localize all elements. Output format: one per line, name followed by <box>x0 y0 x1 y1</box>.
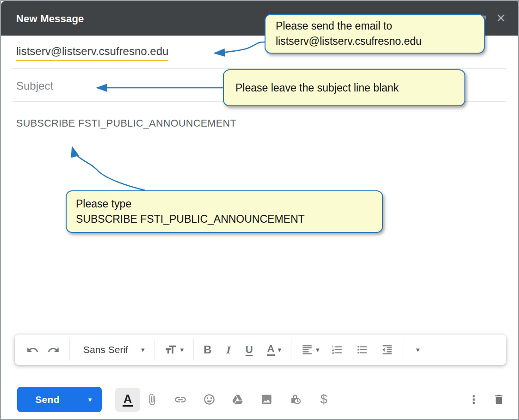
arrow-to-body <box>72 147 145 190</box>
callout-line: Please send the email to <box>276 18 484 34</box>
chevron-down-icon: ▾ <box>180 346 184 354</box>
google-drive-icon[interactable] <box>231 393 244 406</box>
chevron-down-icon: ▾ <box>88 396 92 404</box>
formatting-options-button[interactable]: A <box>115 388 140 412</box>
callout-subject-blank: Please leave the subject line blank <box>223 69 465 106</box>
callout-send-to: Please send the email to listserv@listse… <box>265 14 485 54</box>
numbered-list-button[interactable] <box>327 339 347 361</box>
callout-please-type: Please type SUBSCRIBE FSTI_PUBLIC_ANNOUN… <box>66 190 383 233</box>
send-options-button[interactable]: ▾ <box>78 387 102 412</box>
compose-window: New Message ✕ listserv@listserv.csufresn… <box>0 0 519 420</box>
callout-line: Please leave the subject line blank <box>235 80 464 96</box>
arrow-to-recipient <box>215 42 268 53</box>
font-family-select[interactable]: Sans Serif ▾ <box>75 339 148 361</box>
toolbar-separator <box>154 339 154 360</box>
attach-actions-row: $ <box>145 387 330 412</box>
font-family-label: Sans Serif <box>80 344 128 355</box>
callout-line: SUBSCRIBE FSTI_PUBLIC_ANNOUNCEMENT <box>76 212 382 227</box>
chevron-down-icon: ▾ <box>278 346 281 354</box>
attach-file-icon[interactable] <box>145 393 158 406</box>
callout-line: Please type <box>76 196 382 212</box>
chevron-down-icon: ▾ <box>416 346 420 354</box>
subject-input[interactable] <box>16 75 210 97</box>
divider <box>12 68 507 69</box>
text-size-button[interactable]: ▾ <box>160 339 188 361</box>
formatting-toolbar: Sans Serif ▾ ▾ B I U A ▾ ▾ <box>15 335 506 365</box>
to-recipient-value[interactable]: listserv@listserv.csufresno.edu <box>16 45 168 61</box>
bulleted-list-button[interactable] <box>352 339 372 361</box>
money-icon[interactable]: $ <box>317 393 330 406</box>
chevron-down-icon: ▾ <box>316 346 320 354</box>
formatting-a-icon: A <box>123 393 133 406</box>
insert-emoji-icon[interactable] <box>203 393 216 406</box>
toolbar-separator <box>69 339 70 360</box>
bold-button[interactable]: B <box>199 339 216 361</box>
indent-decrease-button[interactable] <box>377 339 397 361</box>
undo-button[interactable] <box>22 339 43 361</box>
underline-button[interactable]: U <box>241 339 257 361</box>
toolbar-separator <box>193 339 194 360</box>
more-options-icon[interactable]: ⋮ <box>467 387 480 412</box>
message-body-text[interactable]: SUBSCRIBE FSTI_PUBLIC_ANNOUNCEMENT <box>16 118 236 129</box>
chevron-down-icon: ▾ <box>141 346 145 354</box>
toolbar-separator <box>403 339 403 360</box>
insert-photo-icon[interactable] <box>260 393 273 406</box>
to-field[interactable]: listserv@listserv.csufresno.edu <box>16 45 168 61</box>
align-button[interactable]: ▾ <box>297 339 324 361</box>
send-button[interactable]: Send <box>17 387 78 412</box>
more-formatting-button[interactable]: ▾ <box>409 339 424 361</box>
close-icon[interactable]: ✕ <box>494 11 508 25</box>
confidential-mode-icon[interactable] <box>289 393 302 406</box>
discard-draft-icon[interactable] <box>489 387 508 412</box>
redo-button[interactable] <box>43 339 64 361</box>
send-button-group: Send ▾ <box>17 387 102 412</box>
window-title: New Message <box>16 13 84 25</box>
insert-link-icon[interactable] <box>174 393 187 406</box>
callout-line: listserv@listserv.csufresno.edu <box>276 34 484 49</box>
italic-button[interactable]: I <box>222 339 235 361</box>
toolbar-separator <box>291 339 291 360</box>
text-color-button[interactable]: A ▾ <box>263 339 285 361</box>
